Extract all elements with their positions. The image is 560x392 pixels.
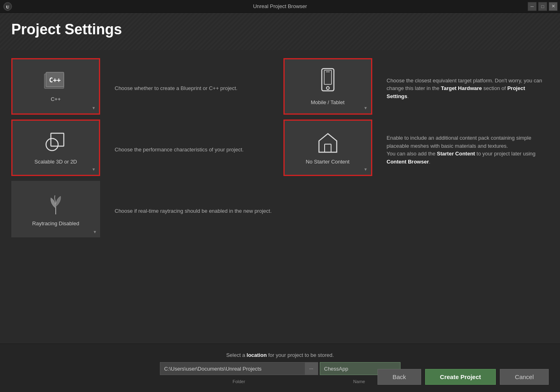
- mobile-icon: [318, 68, 338, 96]
- scalable-dropdown-icon[interactable]: ▼: [92, 167, 96, 172]
- content-description: Enable to include an additional content …: [387, 130, 549, 166]
- cpp-card[interactable]: C++ C++ ▼: [11, 58, 100, 115]
- path-row: ···: [160, 362, 401, 375]
- header-area: Project Settings: [0, 13, 560, 50]
- svg-point-7: [326, 86, 329, 89]
- cpp-dropdown-icon[interactable]: ▼: [92, 106, 96, 110]
- bottom-bar: Select a location for your project to be…: [0, 344, 560, 392]
- create-project-button[interactable]: Create Project: [425, 369, 496, 385]
- svg-rect-8: [326, 71, 330, 72]
- minimize-button[interactable]: ─: [528, 2, 537, 11]
- raytracing-label: Raytracing Disabled: [32, 220, 79, 226]
- mobile-description: Choose the closest equivalent target pla…: [387, 73, 549, 101]
- folder-label: Folder: [160, 379, 318, 384]
- back-button[interactable]: Back: [378, 369, 421, 385]
- window-controls: ─ □ ✕: [528, 2, 558, 11]
- raytracing-card[interactable]: Raytracing Disabled ▼: [11, 181, 100, 237]
- svg-marker-11: [319, 134, 337, 152]
- raytracing-description: Choose if real-time raytracing should be…: [115, 203, 277, 215]
- bottom-buttons: Back Create Project Cancel: [378, 369, 549, 385]
- scalable-label: Scalable 3D or 2D: [34, 159, 77, 165]
- mobile-label: Mobile / Tablet: [311, 99, 345, 105]
- content-dropdown-icon[interactable]: ▼: [364, 167, 368, 172]
- svg-text:C++: C++: [49, 76, 61, 84]
- ue-logo-icon: U: [3, 2, 12, 11]
- field-labels: Folder Name: [160, 379, 401, 384]
- svg-rect-9: [51, 133, 64, 146]
- svg-rect-6: [324, 70, 331, 84]
- location-text: Select a location for your project to be…: [226, 352, 334, 358]
- folder-path-input[interactable]: [160, 362, 305, 375]
- settings-grid: C++ C++ ▼ Choose whether to create a Blu…: [11, 58, 549, 237]
- page-title: Project Settings: [11, 21, 549, 38]
- content-label: No Starter Content: [306, 159, 349, 165]
- svg-rect-12: [325, 144, 331, 152]
- content-card[interactable]: No Starter Content ▼: [283, 119, 372, 176]
- scalable-description: Choose the performance characteristics o…: [115, 142, 277, 154]
- browse-button[interactable]: ···: [305, 362, 318, 375]
- scalable-icon: [43, 131, 69, 155]
- maximize-button[interactable]: □: [538, 2, 547, 11]
- cancel-button[interactable]: Cancel: [500, 369, 549, 385]
- cpp-description: Choose whether to create a Blueprint or …: [115, 80, 277, 92]
- svg-rect-10: [46, 138, 58, 151]
- raytracing-icon: [43, 192, 69, 217]
- titlebar: U Unreal Project Browser ─ □ ✕: [0, 0, 560, 13]
- svg-text:U: U: [6, 4, 9, 9]
- close-button[interactable]: ✕: [549, 2, 558, 11]
- mobile-dropdown-icon[interactable]: ▼: [364, 106, 368, 110]
- main-content: C++ C++ ▼ Choose whether to create a Blu…: [0, 50, 560, 381]
- content-icon: [316, 131, 340, 155]
- location-bold: location: [247, 352, 267, 358]
- scalable-card[interactable]: Scalable 3D or 2D ▼: [11, 119, 100, 176]
- cpp-icon: C++: [41, 71, 70, 93]
- window-title: Unreal Project Browser: [253, 3, 307, 9]
- mobile-card[interactable]: Mobile / Tablet ▼: [283, 58, 372, 115]
- cpp-label: C++: [51, 96, 61, 102]
- raytracing-dropdown-icon[interactable]: ▼: [93, 230, 97, 234]
